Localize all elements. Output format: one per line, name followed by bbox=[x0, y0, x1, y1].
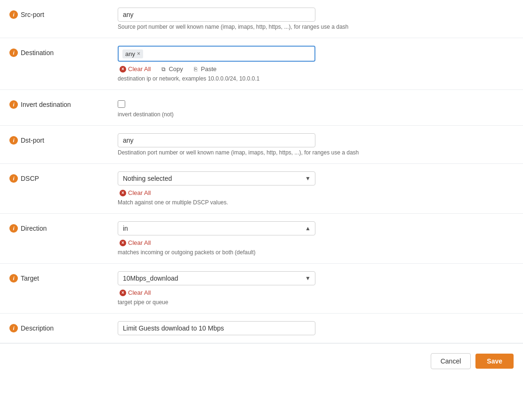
direction-select[interactable]: in out both bbox=[118, 221, 315, 235]
target-label: i Target bbox=[9, 271, 118, 283]
dst-port-info-icon[interactable]: i bbox=[9, 136, 18, 145]
direction-clear-all-button[interactable]: × Clear All bbox=[118, 238, 153, 247]
src-port-info-icon[interactable]: i bbox=[9, 10, 18, 19]
dscp-label: i DSCP bbox=[9, 171, 118, 183]
invert-destination-label: i Invert destination bbox=[9, 97, 118, 109]
destination-info-icon[interactable]: i bbox=[9, 48, 18, 57]
destination-paste-icon: ⎘ bbox=[193, 66, 199, 73]
dst-port-field: Destination port number or well known na… bbox=[118, 133, 514, 156]
footer: Cancel Save bbox=[0, 343, 523, 379]
src-port-row: i Src-port Source port number or well kn… bbox=[0, 0, 523, 38]
dscp-select-wrapper: Nothing selected ▼ bbox=[118, 171, 315, 186]
description-info-icon[interactable]: i bbox=[9, 324, 18, 332]
direction-row: i Direction in out both ▲ × Clear All ma… bbox=[0, 214, 523, 264]
direction-label: i Direction bbox=[9, 221, 118, 233]
src-port-field: Source port number or well known name (i… bbox=[118, 8, 514, 30]
destination-help: destination ip or network, examples 10.0… bbox=[118, 75, 514, 82]
description-label: i Description bbox=[9, 321, 118, 332]
direction-info-icon[interactable]: i bbox=[9, 224, 18, 233]
target-row: i Target 10Mbps_download ▼ × Clear All t… bbox=[0, 264, 523, 314]
destination-tag: any × bbox=[122, 49, 143, 58]
dscp-clear-icon: × bbox=[120, 190, 126, 196]
destination-clear-all-button[interactable]: × Clear All bbox=[118, 65, 153, 73]
description-input[interactable] bbox=[118, 321, 315, 335]
destination-actions: × Clear All ⧉ Copy ⎘ Paste bbox=[118, 65, 514, 73]
dscp-actions: × Clear All bbox=[118, 188, 514, 197]
target-select-wrapper: 10Mbps_download ▼ bbox=[118, 271, 315, 285]
target-clear-icon: × bbox=[120, 290, 126, 296]
direction-field: in out both ▲ × Clear All matches incomi… bbox=[118, 221, 514, 256]
dst-port-help: Destination port number or well known na… bbox=[118, 149, 514, 156]
dscp-row: i DSCP Nothing selected ▼ × Clear All Ma… bbox=[0, 164, 523, 214]
destination-clear-icon: × bbox=[120, 66, 126, 73]
target-field: 10Mbps_download ▼ × Clear All target pip… bbox=[118, 271, 514, 306]
cancel-button[interactable]: Cancel bbox=[431, 353, 471, 369]
target-actions: × Clear All bbox=[118, 288, 514, 297]
dscp-clear-all-button[interactable]: × Clear All bbox=[118, 188, 153, 197]
dst-port-label: i Dst-port bbox=[9, 133, 118, 145]
destination-tag-input[interactable]: any × bbox=[118, 46, 315, 62]
save-button[interactable]: Save bbox=[475, 354, 514, 369]
destination-tag-remove[interactable]: × bbox=[137, 51, 140, 57]
description-field bbox=[118, 321, 514, 335]
dscp-field: Nothing selected ▼ × Clear All Match aga… bbox=[118, 171, 514, 206]
dscp-info-icon[interactable]: i bbox=[9, 174, 18, 183]
dscp-select[interactable]: Nothing selected bbox=[118, 171, 315, 186]
description-row: i Description bbox=[0, 314, 523, 343]
invert-destination-checkbox[interactable] bbox=[118, 100, 125, 108]
src-port-label: i Src-port bbox=[9, 8, 118, 19]
destination-paste-button[interactable]: ⎘ Paste bbox=[191, 65, 218, 73]
direction-help: matches incoming or outgoing packets or … bbox=[118, 249, 514, 256]
direction-actions: × Clear All bbox=[118, 238, 514, 247]
dscp-help: Match against one or multiple DSCP value… bbox=[118, 199, 514, 206]
destination-field: any × × Clear All ⧉ Copy ⎘ Paste destina bbox=[118, 46, 514, 82]
direction-select-wrapper: in out both ▲ bbox=[118, 221, 315, 235]
destination-copy-icon: ⧉ bbox=[160, 66, 167, 73]
destination-row: i Destination any × × Clear All ⧉ Copy bbox=[0, 38, 523, 90]
invert-destination-row: i Invert destination invert destination … bbox=[0, 90, 523, 126]
target-clear-all-button[interactable]: × Clear All bbox=[118, 288, 153, 297]
direction-clear-icon: × bbox=[120, 240, 126, 246]
src-port-help: Source port number or well known name (i… bbox=[118, 24, 514, 30]
target-info-icon[interactable]: i bbox=[9, 274, 18, 283]
invert-destination-help: invert destination (not) bbox=[118, 111, 514, 118]
destination-label: i Destination bbox=[9, 46, 118, 57]
dst-port-row: i Dst-port Destination port number or we… bbox=[0, 126, 523, 164]
target-select[interactable]: 10Mbps_download bbox=[118, 271, 315, 285]
dst-port-input[interactable] bbox=[118, 133, 315, 147]
invert-destination-info-icon[interactable]: i bbox=[9, 100, 18, 109]
invert-destination-field: invert destination (not) bbox=[118, 97, 514, 118]
target-help: target pipe or queue bbox=[118, 299, 514, 306]
src-port-input[interactable] bbox=[118, 8, 315, 22]
destination-copy-button[interactable]: ⧉ Copy bbox=[158, 65, 185, 73]
